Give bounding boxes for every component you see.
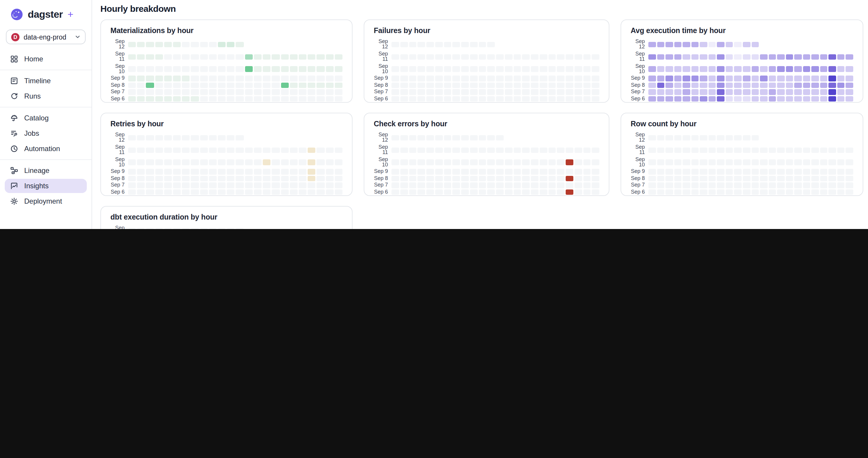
heatmap-row-label: Sep 11 [111,51,128,63]
heatmap-cell [592,160,600,165]
heatmap-cell [290,66,297,72]
heatmap-cell [218,42,225,47]
logo: dagster + [0,0,92,27]
heatmap-cell [281,83,288,88]
heatmap-cell [657,147,664,153]
heatmap-cell [409,135,416,140]
heatmap-cell [254,228,261,229]
heatmap-cells [392,147,599,153]
heatmap-row-label: Sep 12 [374,39,392,50]
heatmap-row-label: Sep 6 [111,189,128,195]
heatmap-cell [173,135,181,140]
heatmap-cell [290,90,297,95]
heatmap-cell [308,169,315,175]
heatmap-cell [717,54,724,60]
heatmap-cell [254,42,261,47]
heatmap-cell [461,96,469,101]
heatmap-cell [272,176,280,182]
heatmap-cell [155,76,163,81]
heatmap-cell [743,160,750,165]
heatmap-cell [245,228,252,229]
heatmap-cell [812,160,819,165]
heatmap-cell [326,169,333,175]
heatmap-cell [299,169,306,175]
heatmap-cell [299,42,306,47]
heatmap-cell [803,183,810,188]
heatmap-cell [200,176,208,182]
heatmap-cells [648,176,853,182]
heatmap-cell [648,189,656,195]
heatmap-cell [470,135,478,140]
heatmap-cell [272,135,280,140]
heatmap-cell [683,160,690,165]
workspace-selector[interactable]: D data-eng-prod [6,30,86,44]
heatmap-cells [648,54,853,60]
heatmap-cell [575,169,582,175]
heatmap-cell [522,83,530,88]
heatmap-row: Sep 9 [374,169,599,175]
heatmap-cell [820,90,828,95]
heatmap-cell [435,90,443,95]
heatmap-cell [308,135,315,140]
heatmap-cell [299,135,306,140]
heatmap-cell [200,83,208,88]
heatmap-cell [308,160,315,165]
heatmap-cell [137,160,145,165]
heatmap-cell [674,160,681,165]
sidebar-item-insights[interactable]: Insights [5,179,87,193]
heatmap-cell [726,189,733,195]
heatmap-cell [691,160,699,165]
heatmap-cell [496,189,504,195]
heatmap-cell [846,42,853,47]
runs-icon [10,92,18,100]
heatmap-cell [418,66,426,72]
sidebar-item-home[interactable]: Home [5,52,87,66]
heatmap-cell [829,54,836,60]
heatmap-cell [734,169,742,175]
sidebar-item-jobs[interactable]: Jobs [5,126,87,140]
heatmap-cell [470,189,478,195]
heatmap-cell [837,160,845,165]
heatmap-row: Sep 6 [631,189,853,195]
heatmap-cell [743,147,750,153]
heatmap-cell [709,42,716,47]
heatmap-cell [709,66,716,72]
heatmap-cell [531,66,538,72]
heatmap-cell [317,66,324,72]
heatmap-cell [418,176,426,182]
heatmap-cell [182,54,190,60]
heatmap-row: Sep 7 [374,183,599,188]
heatmap-cell [164,76,172,81]
heatmap-card-failures-by-hour: Failures by hourSep 12Sep 11Sep 10Sep 9S… [364,20,609,103]
sidebar-item-runs[interactable]: Runs [5,89,87,103]
heatmap-cell [128,135,136,140]
heatmap-cell [657,54,664,60]
heatmap-cell [488,189,495,195]
sidebar-item-timeline[interactable]: Timeline [5,74,87,88]
heatmap-cell [837,169,845,175]
heatmap-cell [470,66,478,72]
heatmap-cell [182,228,190,229]
heatmap-cell [128,169,136,175]
heatmap-cell [335,66,342,72]
heatmap-cell [540,135,547,140]
heatmap-cell [254,54,261,60]
sidebar-item-lineage[interactable]: Lineage [5,163,87,178]
heatmap-cell [137,90,145,95]
heatmap-cell [837,135,845,140]
sidebar-item-catalog[interactable]: Catalog [5,111,87,125]
heatmap-title: Check errors by hour [374,120,599,128]
heatmap-cell [164,169,172,175]
sidebar-item-automation[interactable]: Automation [5,142,87,156]
heatmap-cells [128,160,342,165]
heatmap-cell [505,176,513,182]
heatmap-row-label: Sep 9 [631,76,648,81]
sidebar-item-deployment[interactable]: Deployment [5,194,87,208]
heatmap-cell [751,76,759,81]
heatmap-row: Sep 11 [111,51,342,63]
heatmap-cell [709,83,716,88]
heatmap-cell [200,66,208,72]
heatmap-row: Sep 6 [631,96,853,101]
heatmap-cell [743,54,750,60]
heatmap-cell [812,169,819,175]
